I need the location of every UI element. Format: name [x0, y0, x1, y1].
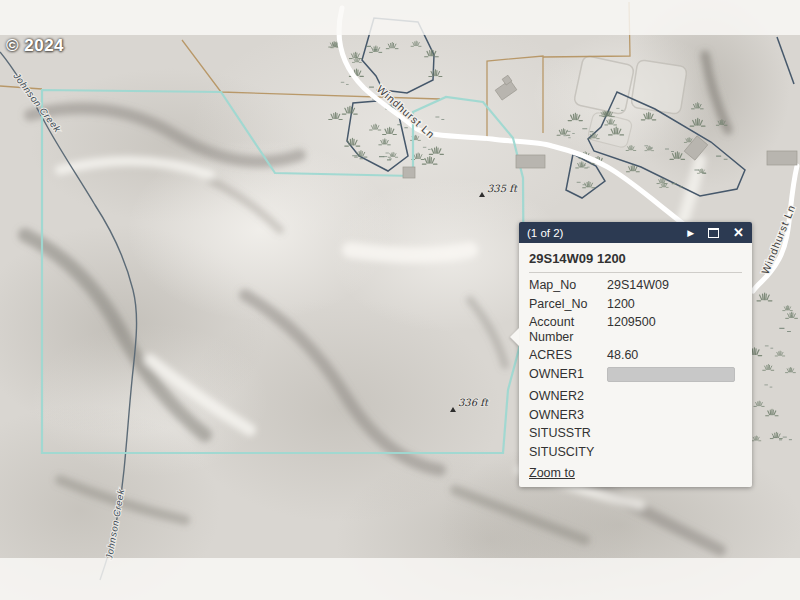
creek-label-johnson-1: Johnson Creek	[11, 70, 64, 135]
attribute-table: Map_No 29S14W09 Parcel_No 1200 Account N…	[529, 273, 742, 461]
field-label: SITUSCITY	[529, 445, 607, 460]
building-footprint	[403, 167, 415, 178]
svg-text:335 ft: 335 ft	[487, 183, 518, 194]
basemap-edge-band-top	[0, 0, 800, 35]
field-label: Map_No	[529, 278, 607, 293]
basemap-edge-band-bottom	[0, 558, 800, 600]
field-value: 48.60	[607, 348, 742, 363]
field-row: SITUSSTR	[529, 424, 742, 443]
elevation-triangle-icon	[450, 407, 456, 412]
field-row: Map_No 29S14W09	[529, 276, 742, 295]
road-label-windhurst-1: Windhurst Ln	[375, 83, 438, 141]
zoom-to-link[interactable]: Zoom to	[529, 466, 575, 480]
field-value: 1200	[607, 297, 742, 312]
popup-next-button[interactable]: ▶	[687, 228, 694, 238]
building-footprint	[767, 151, 797, 165]
map-viewport[interactable]: 335 ft 336 ft Windhurst Ln Windhurst Ln …	[0, 0, 800, 600]
field-label: Parcel_No	[529, 297, 607, 312]
popup-title: 29S14W09 1200	[529, 249, 742, 273]
field-label: OWNER3	[529, 408, 607, 423]
popup-header[interactable]: (1 of 2) ▶ ✕	[519, 222, 752, 243]
popup-footer: Zoom to	[529, 466, 742, 480]
field-row: OWNER2	[529, 387, 742, 406]
field-label: Account Number	[529, 315, 607, 344]
field-value: 1209500	[607, 315, 742, 330]
popup-maximize-button[interactable]	[708, 228, 719, 238]
field-row: OWNER1	[529, 365, 742, 388]
parcel-popup: (1 of 2) ▶ ✕ 29S14W09 1200 Map_No 29S14W…	[519, 222, 752, 487]
field-label: ACRES	[529, 348, 607, 363]
field-row: SITUSCITY	[529, 443, 742, 462]
spot-elevation-2: 336 ft	[450, 397, 489, 412]
field-row: Account Number 1209500	[529, 313, 742, 346]
svg-text:336 ft: 336 ft	[458, 397, 489, 408]
field-row: Parcel_No 1200	[529, 295, 742, 314]
field-row: ACRES 48.60	[529, 346, 742, 365]
map-attribution: © 2024	[6, 36, 64, 56]
field-value: 29S14W09	[607, 278, 742, 293]
popup-anchor-arrow	[510, 328, 519, 346]
selected-parcel-boundary[interactable]	[42, 90, 524, 453]
building-footprint	[492, 75, 517, 100]
popup-close-button[interactable]: ✕	[733, 226, 744, 239]
field-value	[607, 367, 742, 386]
building-footprint	[516, 155, 545, 168]
field-label: OWNER2	[529, 389, 607, 404]
popup-pagination: (1 of 2)	[527, 227, 673, 239]
owner1-redaction-box	[607, 367, 735, 382]
spot-elevation-1: 335 ft	[479, 183, 518, 197]
elevation-triangle-icon	[479, 192, 485, 197]
field-row: OWNER3	[529, 406, 742, 425]
maximize-icon	[708, 228, 719, 238]
field-label: SITUSSTR	[529, 426, 607, 441]
field-label: OWNER1	[529, 367, 607, 382]
popup-body: 29S14W09 1200 Map_No 29S14W09 Parcel_No …	[519, 243, 752, 487]
